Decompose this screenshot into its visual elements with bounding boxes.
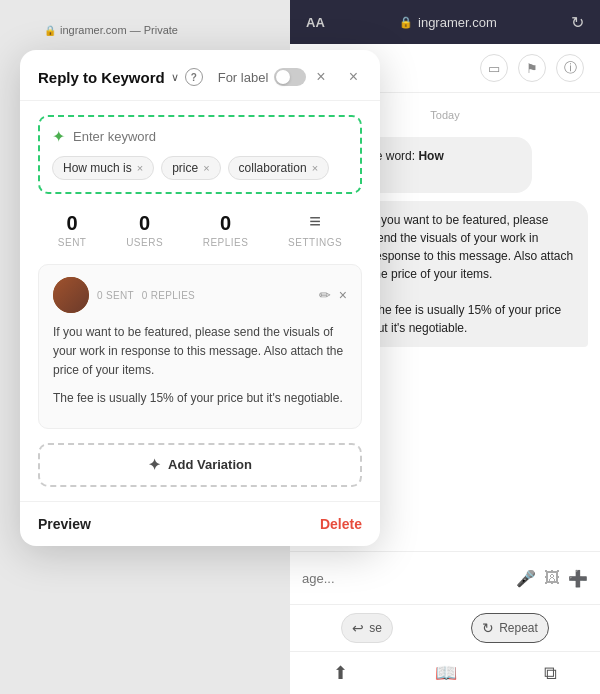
nav-bookmarks-icon[interactable]: 📖 — [435, 662, 457, 684]
private-lock-icon: 🔒 — [44, 25, 56, 36]
add-variation-label: Add Variation — [168, 457, 252, 472]
card-title-area: Reply to Keyword ∨ ? — [38, 68, 203, 86]
chat-input-bar: 🎤 🖼 ➕ — [290, 551, 600, 604]
add-icon[interactable]: ➕ — [568, 569, 588, 588]
image-icon[interactable]: 🖼 — [544, 569, 560, 587]
tag-close-3[interactable]: × — [312, 162, 318, 174]
tag-collaboration: collaboration × — [228, 156, 329, 180]
stats-row: 0 SENT 0 USERS 0 REPLIES ≡ SETTINGS — [38, 210, 362, 248]
lock-icon: 🔒 — [399, 16, 413, 29]
microphone-icon[interactable]: 🎤 — [516, 569, 536, 588]
card-header: Reply to Keyword ∨ ? For label × × — [20, 50, 380, 101]
stat-replies-label: REPLIES — [203, 237, 249, 248]
chat-input[interactable] — [302, 560, 508, 596]
for-label-close-icon[interactable]: × — [312, 66, 329, 88]
chat-header-icons: ▭ ⚑ ⓘ — [480, 54, 584, 82]
toggle-wrap[interactable] — [274, 68, 306, 86]
msg-sent-count: 0 SENT — [97, 290, 134, 301]
keyword-tags: How much is × price × collaboration × — [52, 156, 348, 180]
tag-label-3: collaboration — [239, 161, 307, 175]
nav-tabs-icon[interactable]: ⧉ — [544, 663, 557, 684]
card-title: Reply to Keyword — [38, 69, 165, 86]
private-text: ingramer.com — Private — [60, 24, 178, 36]
refresh-icon[interactable]: ↻ — [571, 13, 584, 32]
for-label-area: For label × — [218, 66, 330, 88]
ai-icon: ✦ — [52, 127, 65, 146]
private-bar: 🔒 ingramer.com — Private — [44, 24, 178, 36]
reply-button[interactable]: ↩ se — [341, 613, 393, 643]
tag-price: price × — [161, 156, 220, 180]
browser-url-area: 🔒 ingramer.com — [399, 15, 497, 30]
delete-message-icon[interactable]: × — [339, 287, 347, 303]
for-label-toggle[interactable] — [274, 68, 306, 86]
keyword-input-row: ✦ — [52, 127, 348, 146]
preview-button[interactable]: Preview — [38, 516, 91, 532]
avatar-image — [53, 277, 89, 313]
nav-bar: ⬆ 📖 ⧉ — [290, 651, 600, 694]
keyword-input[interactable] — [73, 129, 348, 144]
card-body: ✦ How much is × price × collaboration × — [20, 101, 380, 501]
stat-sent: 0 SENT — [58, 212, 87, 248]
msg-sent-text: If you want to be featured, please send … — [371, 213, 573, 281]
reply-icon: ↩ — [352, 620, 364, 636]
edit-message-icon[interactable]: ✏ — [319, 287, 331, 303]
chat-bottom-bar: ↩ se ↻ Repeat — [290, 604, 600, 651]
browser-bar: AA 🔒 ingramer.com ↻ — [290, 0, 600, 44]
msg-card-counts: 0 SENT 0 REPLIES — [97, 290, 195, 301]
for-label-text: For label — [218, 70, 269, 85]
repeat-label: Repeat — [499, 621, 538, 635]
card-footer: Preview Delete — [20, 501, 380, 546]
browser-url-text: ingramer.com — [418, 15, 497, 30]
stat-users-value: 0 — [139, 212, 150, 235]
add-variation-button[interactable]: ✦ Add Variation — [38, 443, 362, 487]
toggle-knob — [276, 70, 290, 84]
keyword-input-area: ✦ How much is × price × collaboration × — [38, 115, 362, 194]
chat-video-icon[interactable]: ▭ — [480, 54, 508, 82]
message-card: 0 SENT 0 REPLIES ✏ × If you want to be f… — [38, 264, 362, 429]
tag-label-1: How much is — [63, 161, 132, 175]
chat-info-icon[interactable]: ⓘ — [556, 54, 584, 82]
stat-replies-value: 0 — [220, 212, 231, 235]
settings-label: SETTINGS — [288, 237, 342, 248]
stat-sent-value: 0 — [67, 212, 78, 235]
stat-users: 0 USERS — [126, 212, 163, 248]
msg-replies-count: 0 REPLIES — [142, 290, 195, 301]
msg-card-icons: ✏ × — [319, 287, 347, 303]
settings-btn[interactable]: ≡ SETTINGS — [288, 210, 342, 248]
stat-replies: 0 REPLIES — [203, 212, 249, 248]
help-icon[interactable]: ? — [185, 68, 203, 86]
repeat-icon: ↻ — [482, 620, 494, 636]
message-text-2: The fee is usually 15% of your price but… — [53, 389, 347, 408]
tag-how-much-is: How much is × — [52, 156, 154, 180]
card-close-icon[interactable]: × — [345, 66, 362, 88]
main-card: Reply to Keyword ∨ ? For label × × ✦ — [20, 50, 380, 546]
settings-icon: ≡ — [309, 210, 321, 233]
tag-close-1[interactable]: × — [137, 162, 143, 174]
question-mark-text: ? — [191, 72, 197, 83]
browser-aa-label: AA — [306, 15, 325, 30]
msg-card-meta: 0 SENT 0 REPLIES — [53, 277, 195, 313]
dropdown-arrow-icon[interactable]: ∨ — [171, 71, 179, 84]
stat-sent-label: SENT — [58, 237, 87, 248]
sent-message-1: If you want to be featured, please send … — [358, 201, 588, 347]
msg-sent-text-2: The fee is usually 15% of your price but… — [371, 303, 561, 335]
msg-card-header: 0 SENT 0 REPLIES ✏ × — [53, 277, 347, 313]
nav-share-icon[interactable]: ⬆ — [333, 662, 348, 684]
reply-label: se — [369, 621, 382, 635]
delete-button[interactable]: Delete — [320, 516, 362, 532]
tag-label-2: price — [172, 161, 198, 175]
message-text-1: If you want to be featured, please send … — [53, 323, 347, 381]
stat-users-label: USERS — [126, 237, 163, 248]
chat-flag-icon[interactable]: ⚑ — [518, 54, 546, 82]
repeat-button[interactable]: ↻ Repeat — [471, 613, 549, 643]
tag-close-2[interactable]: × — [203, 162, 209, 174]
message-avatar — [53, 277, 89, 313]
add-variation-icon: ✦ — [148, 456, 161, 474]
